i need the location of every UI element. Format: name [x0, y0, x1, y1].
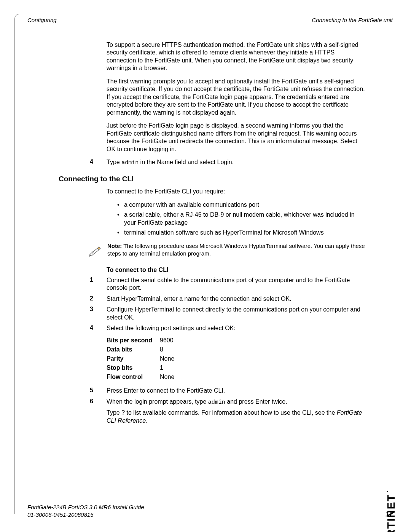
procedure-heading: To connect to the CLI: [107, 267, 365, 273]
running-header-left: Configuring: [27, 17, 57, 23]
step-body: Press Enter to connect to the FortiGate …: [107, 387, 365, 395]
footer-doc-number: 01-30006-0451-20080815: [27, 511, 94, 518]
step-1: 1 Connect the serial cable to the commun…: [59, 276, 365, 292]
table-row: Flow controlNone: [107, 372, 182, 382]
text: Type ? to list available commands. For i…: [107, 409, 337, 416]
procedure-steps-continued: 5 Press Enter to connect to the FortiGat…: [59, 387, 365, 406]
intro-paragraph-1: To support a secure HTTPS authentication…: [107, 41, 365, 72]
running-header-right: Connecting to the FortiGate unit: [312, 17, 393, 23]
procedure-steps: 1 Connect the serial cable to the commun…: [59, 276, 365, 332]
note-body: The following procedure uses Microsoft W…: [107, 243, 365, 257]
requirements-list: a computer with an available communicati…: [116, 201, 365, 237]
footer-guide-title: FortiGate-224B FortiOS 3.0 MR6 Install G…: [27, 504, 144, 510]
step-2: 2 Start HyperTerminal, enter a name for …: [59, 295, 365, 303]
step-body: Start HyperTerminal, enter a name for th…: [107, 295, 365, 303]
step-5: 5 Press Enter to connect to the FortiGat…: [59, 387, 365, 395]
step-6: 6 When the login prompt appears, type ad…: [59, 398, 365, 406]
closing-paragraph: Type ? to list available commands. For i…: [107, 409, 365, 425]
setting-value: 8: [160, 345, 182, 354]
setting-value: 9600: [160, 336, 182, 345]
setting-value: 1: [160, 363, 182, 372]
requirements-intro: To connect to the FortiGate CLI you requ…: [107, 188, 365, 195]
table-row: Bits per second9600: [107, 336, 182, 345]
setting-name: Parity: [107, 354, 160, 363]
note-text: Note: The following procedure uses Micro…: [107, 242, 365, 258]
text: in the Name field and select Login.: [139, 159, 234, 165]
code-admin: admin: [121, 160, 139, 166]
step-body: Select the following port settings and s…: [107, 324, 365, 332]
step-number: 4: [59, 324, 107, 332]
step-number: 5: [59, 387, 107, 395]
step-body: When the login prompt appears, type admi…: [107, 398, 365, 406]
port-settings-table: Bits per second9600 Data bits8 ParityNon…: [107, 336, 182, 382]
page: Configuring Connecting to the FortiGate …: [0, 0, 411, 532]
requirement-item: terminal emulation software such as Hype…: [116, 229, 365, 236]
step-number: 3: [59, 306, 107, 321]
requirement-item: a serial cable, either a RJ-45 to DB-9 o…: [116, 211, 365, 227]
step-4: 4 Select the following port settings and…: [59, 324, 365, 332]
hand-note-icon: [88, 243, 104, 260]
setting-name: Data bits: [107, 345, 160, 354]
brand-dot: ▪: [385, 490, 389, 494]
note-block: Note: The following procedure uses Micro…: [88, 242, 365, 260]
setting-name: Flow control: [107, 372, 160, 382]
code-admin: admin: [208, 399, 225, 406]
setting-name: Stop bits: [107, 363, 160, 372]
step-body: Type admin in the Name field and select …: [107, 158, 365, 166]
intro-paragraph-2: The first warning prompts you to accept …: [107, 78, 365, 117]
step-3: 3 Configure HyperTerminal to connect dir…: [59, 306, 365, 321]
step-body: Connect the serial cable to the communic…: [107, 276, 365, 292]
header-rule: [20, 14, 411, 14]
text: and press Enter twice.: [225, 398, 287, 405]
text: .: [146, 417, 147, 424]
page-number: 17: [386, 511, 393, 518]
setting-name: Bits per second: [107, 336, 160, 345]
step-number: 4: [59, 158, 107, 166]
table-row: Stop bits1: [107, 363, 182, 372]
step-number: 2: [59, 295, 107, 303]
setting-value: None: [160, 372, 182, 382]
setting-value: None: [160, 354, 182, 363]
heading-connecting-to-cli: Connecting to the CLI: [59, 175, 365, 183]
requirement-item: a computer with an available communicati…: [116, 201, 365, 209]
text: Type: [107, 159, 121, 165]
side-rule: [14, 19, 15, 514]
step-number: 6: [59, 398, 107, 406]
step-4-upper: 4 Type admin in the Name field and selec…: [59, 158, 365, 166]
body: To support a secure HTTPS authentication…: [59, 41, 365, 430]
note-label: Note:: [107, 243, 122, 249]
step-body: Configure HyperTerminal to connect direc…: [107, 306, 365, 321]
step-number: 1: [59, 276, 107, 292]
table-row: Data bits8: [107, 345, 182, 354]
table-row: ParityNone: [107, 354, 182, 363]
text: When the login prompt appears, type: [107, 398, 208, 405]
footer-left: FortiGate-224B FortiOS 3.0 MR6 Install G…: [27, 503, 144, 518]
intro-paragraph-3: Just before the FortiGate login page is …: [107, 122, 365, 153]
header-rule-corner: [14, 14, 20, 19]
